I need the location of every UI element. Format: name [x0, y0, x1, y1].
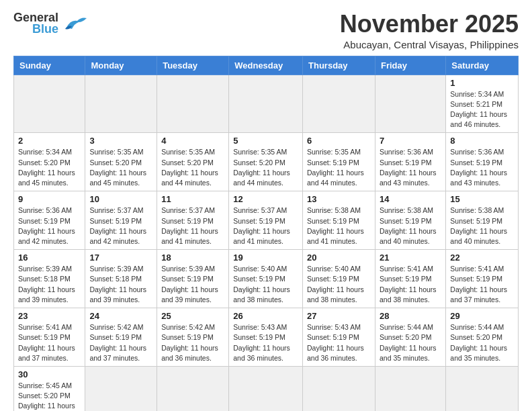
day-info: Sunrise: 5:39 AMSunset: 5:18 PMDaylight:… [18, 264, 81, 305]
day-info: Sunrise: 5:35 AMSunset: 5:19 PMDaylight:… [307, 147, 371, 188]
calendar-cell: 16Sunrise: 5:39 AMSunset: 5:18 PMDayligh… [14, 250, 85, 308]
calendar-cell: 27Sunrise: 5:43 AMSunset: 5:19 PMDayligh… [303, 308, 375, 367]
calendar-cell: 8Sunrise: 5:36 AMSunset: 5:19 PMDaylight… [446, 133, 519, 191]
day-number: 26 [233, 311, 298, 321]
logo-bird-icon [61, 14, 87, 33]
day-number: 17 [89, 253, 152, 263]
calendar-cell [14, 75, 85, 133]
weekday-header-monday: Monday [85, 56, 157, 75]
day-info: Sunrise: 5:35 AMSunset: 5:20 PMDaylight:… [89, 147, 152, 188]
day-number: 25 [161, 311, 224, 321]
weekday-header-saturday: Saturday [446, 56, 519, 75]
calendar-cell: 2Sunrise: 5:34 AMSunset: 5:20 PMDaylight… [14, 133, 85, 191]
day-number: 5 [233, 136, 298, 146]
day-number: 24 [89, 311, 152, 321]
calendar-cell: 15Sunrise: 5:38 AMSunset: 5:19 PMDayligh… [446, 191, 519, 250]
day-info: Sunrise: 5:35 AMSunset: 5:20 PMDaylight:… [161, 147, 224, 188]
day-number: 10 [89, 194, 152, 204]
location-title: Abucayan, Central Visayas, Philippines [340, 39, 519, 50]
calendar-cell [303, 75, 375, 133]
day-number: 2 [18, 136, 81, 146]
day-info: Sunrise: 5:41 AMSunset: 5:19 PMDaylight:… [18, 322, 81, 363]
calendar-cell [375, 75, 445, 133]
weekday-header-sunday: Sunday [14, 56, 85, 75]
day-info: Sunrise: 5:37 AMSunset: 5:19 PMDaylight:… [161, 205, 224, 246]
calendar-row-5: 30Sunrise: 5:45 AMSunset: 5:20 PMDayligh… [14, 366, 519, 411]
day-number: 18 [161, 253, 224, 263]
day-info: Sunrise: 5:44 AMSunset: 5:20 PMDaylight:… [450, 322, 514, 363]
day-info: Sunrise: 5:38 AMSunset: 5:19 PMDaylight:… [450, 205, 514, 246]
day-info: Sunrise: 5:36 AMSunset: 5:19 PMDaylight:… [380, 147, 441, 188]
day-info: Sunrise: 5:37 AMSunset: 5:19 PMDaylight:… [89, 205, 152, 246]
day-number: 20 [307, 253, 371, 263]
day-number: 15 [450, 194, 514, 204]
day-number: 4 [161, 136, 224, 146]
day-number: 13 [307, 194, 371, 204]
day-number: 7 [380, 136, 441, 146]
calendar-cell [303, 366, 375, 411]
weekday-header-tuesday: Tuesday [157, 56, 229, 75]
calendar-cell [229, 75, 303, 133]
calendar-cell [85, 75, 157, 133]
calendar-cell: 21Sunrise: 5:41 AMSunset: 5:19 PMDayligh… [375, 250, 445, 308]
calendar-cell: 5Sunrise: 5:35 AMSunset: 5:20 PMDaylight… [229, 133, 303, 191]
calendar-cell: 1Sunrise: 5:34 AMSunset: 5:21 PMDaylight… [446, 75, 519, 133]
calendar-cell [85, 366, 157, 411]
calendar-cell: 26Sunrise: 5:43 AMSunset: 5:19 PMDayligh… [229, 308, 303, 367]
calendar-cell: 3Sunrise: 5:35 AMSunset: 5:20 PMDaylight… [85, 133, 157, 191]
weekday-header-friday: Friday [375, 56, 445, 75]
header: General Blue November 2025 Abucayan, Cen… [13, 11, 519, 50]
calendar-cell: 6Sunrise: 5:35 AMSunset: 5:19 PMDaylight… [303, 133, 375, 191]
calendar-cell: 30Sunrise: 5:45 AMSunset: 5:20 PMDayligh… [14, 366, 85, 411]
calendar-cell: 29Sunrise: 5:44 AMSunset: 5:20 PMDayligh… [446, 308, 519, 367]
day-info: Sunrise: 5:40 AMSunset: 5:19 PMDaylight:… [307, 264, 371, 305]
day-info: Sunrise: 5:44 AMSunset: 5:20 PMDaylight:… [380, 322, 441, 363]
calendar-cell: 10Sunrise: 5:37 AMSunset: 5:19 PMDayligh… [85, 191, 157, 250]
day-number: 3 [89, 136, 152, 146]
weekday-header-wednesday: Wednesday [229, 56, 303, 75]
day-info: Sunrise: 5:34 AMSunset: 5:21 PMDaylight:… [450, 89, 514, 130]
day-info: Sunrise: 5:37 AMSunset: 5:19 PMDaylight:… [233, 205, 298, 246]
day-number: 27 [307, 311, 371, 321]
day-number: 30 [18, 369, 81, 379]
day-info: Sunrise: 5:38 AMSunset: 5:19 PMDaylight:… [380, 205, 441, 246]
day-info: Sunrise: 5:41 AMSunset: 5:19 PMDaylight:… [450, 264, 514, 305]
calendar-cell: 14Sunrise: 5:38 AMSunset: 5:19 PMDayligh… [375, 191, 445, 250]
day-number: 23 [18, 311, 81, 321]
calendar-cell: 28Sunrise: 5:44 AMSunset: 5:20 PMDayligh… [375, 308, 445, 367]
calendar-cell: 20Sunrise: 5:40 AMSunset: 5:19 PMDayligh… [303, 250, 375, 308]
calendar-cell: 11Sunrise: 5:37 AMSunset: 5:19 PMDayligh… [157, 191, 229, 250]
day-number: 1 [450, 78, 514, 88]
calendar-cell: 22Sunrise: 5:41 AMSunset: 5:19 PMDayligh… [446, 250, 519, 308]
logo-blue: Blue [32, 22, 58, 36]
calendar-row-0: 1Sunrise: 5:34 AMSunset: 5:21 PMDaylight… [14, 75, 519, 133]
day-number: 12 [233, 194, 298, 204]
calendar-cell: 4Sunrise: 5:35 AMSunset: 5:20 PMDaylight… [157, 133, 229, 191]
calendar-row-1: 2Sunrise: 5:34 AMSunset: 5:20 PMDaylight… [14, 133, 519, 191]
calendar-cell [157, 75, 229, 133]
calendar-cell: 25Sunrise: 5:42 AMSunset: 5:19 PMDayligh… [157, 308, 229, 367]
calendar-cell [157, 366, 229, 411]
day-number: 8 [450, 136, 514, 146]
logo: General Blue [13, 11, 87, 36]
day-number: 14 [380, 194, 441, 204]
day-info: Sunrise: 5:40 AMSunset: 5:19 PMDaylight:… [233, 264, 298, 305]
calendar-cell [446, 366, 519, 411]
day-number: 29 [450, 311, 514, 321]
day-number: 9 [18, 194, 81, 204]
day-info: Sunrise: 5:38 AMSunset: 5:19 PMDaylight:… [307, 205, 371, 246]
day-number: 16 [18, 253, 81, 263]
day-info: Sunrise: 5:41 AMSunset: 5:19 PMDaylight:… [380, 264, 441, 305]
day-info: Sunrise: 5:42 AMSunset: 5:19 PMDaylight:… [89, 322, 152, 363]
calendar-table: SundayMondayTuesdayWednesdayThursdayFrid… [13, 56, 519, 411]
calendar-cell [229, 366, 303, 411]
day-info: Sunrise: 5:34 AMSunset: 5:20 PMDaylight:… [18, 147, 81, 188]
day-info: Sunrise: 5:45 AMSunset: 5:20 PMDaylight:… [18, 381, 81, 411]
title-area: November 2025 Abucayan, Central Visayas,… [340, 11, 519, 50]
calendar-cell: 13Sunrise: 5:38 AMSunset: 5:19 PMDayligh… [303, 191, 375, 250]
day-info: Sunrise: 5:39 AMSunset: 5:19 PMDaylight:… [161, 264, 224, 305]
calendar-cell: 9Sunrise: 5:36 AMSunset: 5:19 PMDaylight… [14, 191, 85, 250]
weekday-header-thursday: Thursday [303, 56, 375, 75]
calendar-cell: 18Sunrise: 5:39 AMSunset: 5:19 PMDayligh… [157, 250, 229, 308]
day-number: 11 [161, 194, 224, 204]
